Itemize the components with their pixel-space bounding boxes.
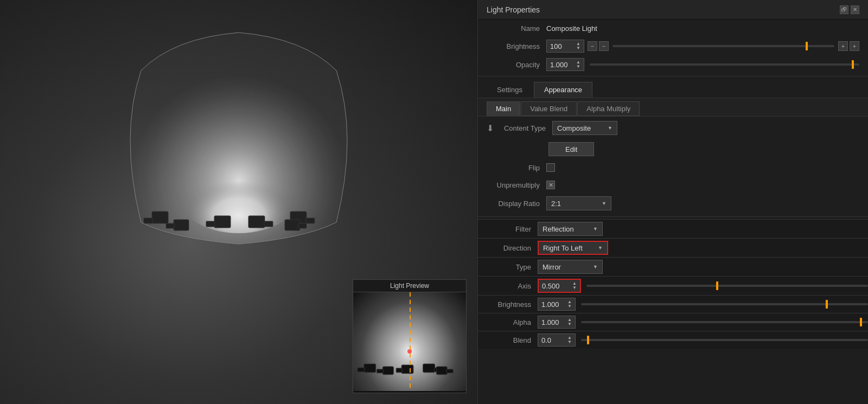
alpha-value: 1.000: [541, 318, 559, 326]
filter-row: Filter Reflection ▼: [478, 219, 868, 238]
brightness-bottom-down[interactable]: ▼: [567, 304, 572, 309]
svg-rect-16: [377, 369, 384, 373]
preview-dashed-line: [410, 292, 411, 391]
blend-spinners: ▲ ▼: [567, 336, 572, 344]
content-type-label: Content Type: [498, 124, 552, 132]
brightness-top-down[interactable]: ▼: [576, 46, 580, 50]
brightness-plus1-button[interactable]: +: [838, 41, 848, 51]
brightness-top-label: Brightness: [487, 42, 546, 50]
opacity-input[interactable]: 1.000 ▲ ▼: [546, 58, 584, 71]
blend-input[interactable]: 0.0 ▲ ▼: [538, 334, 576, 347]
svg-rect-5: [214, 216, 231, 228]
right-panel: Light Properties 🗗 ✕ Name Composite Ligh…: [477, 0, 868, 404]
svg-rect-10: [298, 223, 307, 228]
blend-row: Blend 0.0 ▲ ▼: [478, 331, 868, 349]
subtab-value-blend[interactable]: Value Blend: [521, 101, 577, 116]
display-ratio-arrow: ▼: [602, 201, 607, 206]
filter-value: Reflection: [542, 225, 574, 233]
axis-down[interactable]: ▼: [572, 286, 577, 290]
edit-row: Edit: [478, 139, 868, 159]
opacity-value: 1.000: [550, 61, 568, 69]
viewport: Light Preview: [0, 0, 477, 404]
brightness-top-input[interactable]: 100 ▲ ▼: [546, 40, 584, 53]
content-type-dropdown[interactable]: Composite ▼: [552, 121, 617, 135]
tab-settings-label: Settings: [497, 86, 522, 94]
opacity-spinners: ▲ ▼: [576, 60, 580, 69]
alpha-label: Alpha: [478, 318, 538, 326]
filter-dropdown[interactable]: Reflection ▼: [538, 222, 603, 236]
display-ratio-dropdown[interactable]: 2:1 ▼: [546, 196, 611, 210]
download-icon: ⬇: [487, 123, 494, 133]
alpha-input[interactable]: 1.000 ▲ ▼: [538, 316, 576, 329]
main-render: Light Preview: [0, 0, 477, 404]
light-preview-content: [353, 292, 466, 391]
brightness-top-row: Brightness 100 ▲ ▼ − − + +: [478, 37, 868, 55]
svg-point-0: [174, 146, 304, 233]
brightness-bottom-label: Brightness: [478, 300, 538, 309]
content-type-value: Composite: [557, 124, 591, 132]
brightness-bottom-row: Brightness 1.000 ▲ ▼: [478, 295, 868, 313]
tab-settings[interactable]: Settings: [487, 82, 533, 98]
brightness-minus2-button[interactable]: −: [599, 41, 609, 51]
edit-button[interactable]: Edit: [548, 142, 594, 156]
minimize-button[interactable]: 🗗: [840, 5, 848, 14]
content-type-row: ⬇ Content Type Composite ▼: [478, 117, 868, 139]
type-dropdown[interactable]: Mirror ▼: [538, 260, 603, 274]
light-preview-title: Light Preview: [390, 282, 429, 290]
direction-dropdown[interactable]: Right To Left ▼: [538, 241, 608, 255]
brightness-bottom-slider-thumb: [826, 300, 828, 309]
axis-row: Axis 0.500 ▲ ▼: [478, 276, 868, 295]
alpha-row: Alpha 1.000 ▲ ▼: [478, 313, 868, 331]
subtab-value-blend-label: Value Blend: [530, 105, 567, 113]
tab-appearance[interactable]: Appearance: [534, 82, 592, 98]
direction-row: Direction Right To Left ▼: [478, 238, 868, 257]
display-ratio-value: 2:1: [551, 200, 561, 208]
subtab-main[interactable]: Main: [487, 101, 520, 116]
opacity-row: Opacity 1.000 ▲ ▼: [478, 55, 868, 74]
unpremultiply-label: Unpremultiply: [487, 181, 546, 189]
svg-rect-6: [206, 221, 215, 227]
close-button[interactable]: ✕: [851, 5, 859, 14]
svg-rect-2: [144, 218, 152, 223]
tab-row: Settings Appearance: [478, 79, 868, 98]
light-preview-box: Light Preview: [353, 279, 467, 393]
filter-arrow: ▼: [593, 226, 598, 232]
subtab-alpha-multiply[interactable]: Alpha Multiply: [577, 101, 640, 116]
svg-rect-1: [152, 211, 168, 223]
name-value[interactable]: Composite Light: [546, 24, 597, 33]
svg-rect-13: [364, 364, 376, 373]
flip-label: Flip: [487, 164, 546, 172]
unpremultiply-checkbox[interactable]: ✕: [546, 181, 555, 189]
blend-value: 0.0: [541, 336, 551, 344]
axis-input[interactable]: 0.500 ▲ ▼: [538, 279, 581, 293]
flip-row: Flip: [478, 159, 868, 176]
brightness-minus1-button[interactable]: −: [588, 41, 597, 51]
brightness-plus2-button[interactable]: +: [850, 41, 859, 51]
filter-label: Filter: [478, 225, 538, 233]
display-ratio-label: Display Ratio: [487, 200, 546, 208]
brightness-top-value: 100: [550, 42, 562, 50]
svg-rect-8: [306, 218, 315, 223]
svg-rect-3: [174, 220, 189, 230]
alpha-spinners: ▲ ▼: [567, 318, 572, 326]
svg-rect-14: [358, 368, 365, 372]
subtab-alpha-multiply-label: Alpha Multiply: [586, 105, 630, 113]
flip-checkbox[interactable]: [546, 163, 555, 172]
subtab-row: Main Value Blend Alpha Multiply: [478, 98, 868, 117]
svg-rect-17: [401, 365, 413, 374]
brightness-bottom-input[interactable]: 1.000 ▲ ▼: [538, 298, 576, 311]
subtab-main-label: Main: [496, 105, 511, 113]
unpremultiply-row: Unpremultiply ✕: [478, 176, 868, 194]
brightness-top-spinners: ▲ ▼: [576, 42, 580, 50]
type-row: Type Mirror ▼: [478, 257, 868, 276]
alpha-down[interactable]: ▼: [567, 322, 572, 326]
axis-slider-thumb: [716, 281, 718, 290]
opacity-slider-thumb: [852, 60, 854, 69]
svg-rect-19: [423, 364, 435, 373]
blend-down[interactable]: ▼: [567, 340, 572, 344]
display-ratio-row: Display Ratio 2:1 ▼: [478, 194, 868, 213]
type-arrow: ▼: [593, 264, 598, 270]
light-preview-header: Light Preview: [353, 280, 466, 292]
svg-rect-18: [396, 368, 402, 373]
opacity-down[interactable]: ▼: [576, 65, 580, 69]
